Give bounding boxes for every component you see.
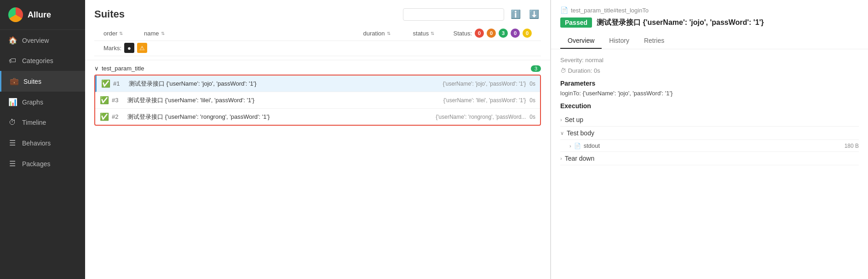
test-duration: 0s (529, 81, 535, 87)
sidebar-item-label: Behaviors (22, 140, 51, 147)
param-row: loginTo: {'userName': 'jojo', 'passWord'… (560, 90, 859, 97)
tab-retries[interactable]: Retries (637, 33, 672, 49)
packages-icon: ☰ (8, 159, 17, 168)
table-row[interactable]: ✅ #1 测试登录接口 {'userName': 'jojo', 'passWo… (95, 76, 540, 92)
execution-section: › Set up ∨ Test body › 📄 stdout 180 B › … (560, 113, 859, 165)
suite-group-name: test_param_title (102, 65, 144, 72)
suite-list: ∨ test_param_title 3 ✅ #1 测试登录接口 {'userN… (85, 60, 550, 279)
test-name: 测试登录接口 {'userName': 'lilei', 'passWord':… (127, 96, 443, 105)
duration-icon: ⏱ (560, 67, 568, 74)
test-path-text: test_param_title#test_loginTo (571, 7, 649, 14)
status-label: status (413, 30, 429, 37)
test-title-row: Passed 测试登录接口 {'userName': 'jojo', 'pass… (560, 17, 859, 28)
order-sort-icon: ⇅ (119, 31, 123, 36)
table-header: order ⇅ name ⇅ duration ⇅ status ⇅ Statu… (94, 26, 541, 41)
marks-label: Marks: (103, 45, 121, 52)
param-key: loginTo: (560, 90, 581, 97)
test-param: {'userName': 'lilei', 'passWord': '1'} (443, 97, 526, 104)
status-badge: Passed (560, 17, 592, 28)
allure-logo-icon (8, 7, 23, 22)
categories-icon: 🏷 (8, 57, 17, 65)
test-param: {'userName': 'rongrong', 'passWord... (436, 114, 526, 120)
suite-group-count: 3 (531, 65, 541, 72)
test-body-item[interactable]: ∨ Test body (560, 127, 859, 140)
sidebar: Allure 🏠 Overview 🏷 Categories 💼 Suites … (0, 0, 85, 279)
behaviors-icon: ☰ (8, 139, 17, 147)
info-icon[interactable]: ℹ️ (509, 7, 523, 21)
sidebar-item-label: Graphs (22, 99, 43, 106)
col-name[interactable]: name ⇅ (144, 30, 360, 37)
severity-row: Severity: normal (560, 57, 859, 64)
sidebar-item-categories[interactable]: 🏷 Categories (0, 51, 85, 71)
status-filter-label: Status: (454, 30, 472, 37)
badge-unknown[interactable]: 0 (523, 29, 532, 38)
sidebar-item-suites[interactable]: 💼 Suites (0, 71, 85, 92)
col-duration[interactable]: duration ⇅ (363, 30, 409, 37)
test-id: #2 (112, 113, 125, 120)
stdout-size: 180 B (845, 143, 859, 149)
status-badges: Status: 0 0 3 0 0 (454, 29, 532, 38)
duration-sort-icon: ⇅ (387, 31, 391, 36)
table-row[interactable]: ✅ #3 测试登录接口 {'userName': 'lilei', 'passW… (95, 92, 540, 109)
setup-item[interactable]: › Set up (560, 113, 859, 127)
mark-flaky-icon[interactable]: ● (124, 43, 134, 53)
download-icon[interactable]: ⬇️ (527, 7, 541, 21)
suites-icon: 💼 (10, 77, 18, 86)
home-icon: 🏠 (8, 36, 17, 45)
tab-overview-label: Overview (568, 37, 594, 44)
panel-tabs: Overview History Retries (560, 33, 859, 49)
timeline-icon: ⏱ (8, 118, 17, 127)
table-row[interactable]: ✅ #2 测试登录接口 {'userName': 'rongrong', 'pa… (95, 109, 540, 125)
sidebar-item-graphs[interactable]: 📊 Graphs (0, 92, 85, 112)
check-icon: ✅ (100, 96, 109, 105)
duration-label: duration (363, 30, 385, 37)
sidebar-item-label: Categories (22, 57, 53, 64)
col-status[interactable]: status ⇅ (413, 30, 450, 37)
badge-failed[interactable]: 0 (475, 29, 484, 38)
right-panel: 📄 test_param_title#test_loginTo Passed 测… (551, 0, 868, 279)
test-body-chevron-icon: ∨ (560, 130, 564, 136)
duration-value: 0s (594, 67, 600, 74)
setup-chevron-icon: › (560, 117, 562, 122)
mark-warning-icon[interactable]: ⚠ (137, 43, 147, 53)
sidebar-nav: 🏠 Overview 🏷 Categories 💼 Suites 📊 Graph… (0, 30, 85, 174)
tear-down-item[interactable]: › Tear down (560, 152, 859, 165)
panel-body: Severity: normal ⏱ Duration: 0s Paramete… (551, 49, 868, 279)
search-input[interactable] (403, 8, 504, 21)
tab-retries-label: Retries (644, 37, 664, 44)
col-order[interactable]: order ⇅ (103, 30, 140, 37)
tear-down-label: Tear down (565, 155, 595, 162)
tab-history[interactable]: History (602, 33, 637, 49)
tab-history-label: History (609, 37, 629, 44)
badge-skipped[interactable]: 0 (511, 29, 520, 38)
sidebar-item-packages[interactable]: ☰ Packages (0, 153, 85, 174)
suite-group-header[interactable]: ∨ test_param_title 3 (94, 65, 541, 72)
stdout-item[interactable]: › 📄 stdout 180 B (560, 140, 859, 152)
test-id: #1 (113, 80, 126, 87)
sidebar-item-overview[interactable]: 🏠 Overview (0, 30, 85, 51)
graphs-icon: 📊 (8, 98, 17, 106)
tab-overview[interactable]: Overview (560, 33, 602, 49)
tear-down-chevron-icon: › (560, 156, 562, 161)
sidebar-item-behaviors[interactable]: ☰ Behaviors (0, 133, 85, 153)
param-value: {'userName': 'jojo', 'passWord': '1'} (582, 90, 673, 97)
sidebar-item-label: Timeline (22, 119, 46, 126)
test-full-title: 测试登录接口 {'userName': 'jojo', 'passWord': … (597, 18, 764, 28)
sidebar-item-timeline[interactable]: ⏱ Timeline (0, 112, 85, 133)
stdout-label: stdout (584, 142, 600, 149)
suites-header: Suites ℹ️ ⬇️ order ⇅ name ⇅ duration ⇅ s… (85, 0, 550, 60)
badge-broken[interactable]: 0 (487, 29, 496, 38)
order-label: order (103, 30, 117, 37)
main-content: Suites ℹ️ ⬇️ order ⇅ name ⇅ duration ⇅ s… (85, 0, 551, 279)
test-name: 测试登录接口 {'userName': 'rongrong', 'passWor… (127, 113, 436, 121)
execution-title: Execution (560, 102, 859, 110)
test-duration: 0s (529, 97, 535, 104)
test-name: 测试登录接口 {'userName': 'jojo', 'passWord': … (129, 80, 443, 88)
chevron-down-icon: ∨ (94, 65, 99, 72)
badge-passed[interactable]: 3 (499, 29, 508, 38)
duration-label: Duration: (568, 67, 592, 74)
parameters-title: Parameters (560, 80, 859, 87)
test-param: {'userName': 'jojo', 'passWord': '1'} (443, 81, 526, 87)
test-items-container: ✅ #1 测试登录接口 {'userName': 'jojo', 'passWo… (94, 75, 541, 126)
stdout-chevron-icon: › (569, 143, 571, 149)
